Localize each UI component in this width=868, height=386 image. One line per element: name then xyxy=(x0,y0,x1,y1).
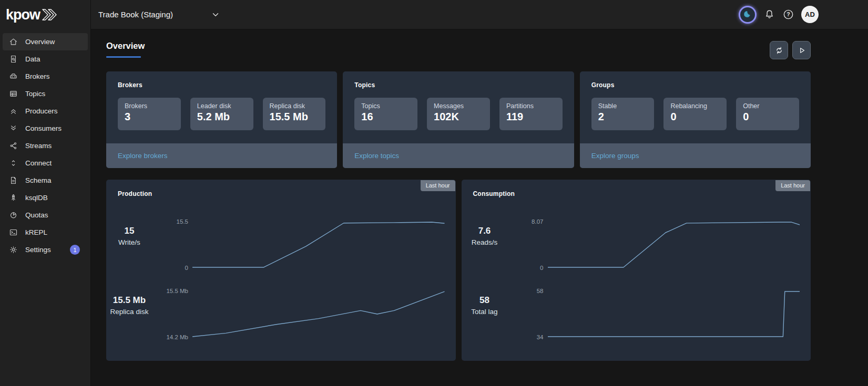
stat-value: 15.5 Mb xyxy=(270,111,319,123)
chart-stat-label: Total lag xyxy=(462,308,508,316)
charts-row: Last hour Production 15 Write/s 15.5 0 xyxy=(106,180,811,361)
sidebar-item-label: Overview xyxy=(25,38,55,46)
document-icon xyxy=(9,176,18,185)
sidebar-item-quotas[interactable]: Quotas xyxy=(3,206,88,224)
stat-label: Messages xyxy=(434,102,483,110)
pie-icon xyxy=(9,211,18,220)
stat-label: Leader disk xyxy=(197,102,247,110)
chart-card-title: Consumption xyxy=(462,190,811,197)
explore-brokers-link[interactable]: Explore brokers xyxy=(118,152,168,160)
replica-disk-line-chart xyxy=(192,290,445,338)
groups-card: Groups Stable 2 Rebalancing 0 Other 0 xyxy=(580,71,811,168)
stat-tile-replica-disk: Replica disk 15.5 Mb xyxy=(263,98,326,130)
play-button[interactable] xyxy=(792,41,811,59)
explore-topics-link[interactable]: Explore topics xyxy=(354,152,399,160)
brand-logo[interactable]: kpow xyxy=(0,0,90,29)
play-icon xyxy=(796,45,807,56)
y-axis-max-label: 8.07 xyxy=(532,218,543,225)
stat-label: Partitions xyxy=(506,102,556,110)
topics-card: Topics Topics 16 Messages 102K Partition… xyxy=(343,71,574,168)
sidebar-item-data[interactable]: Data xyxy=(3,50,88,68)
read-rate-chart-row: 7.6 Reads/s 8.07 0 xyxy=(462,221,811,269)
sidebar-item-streams[interactable]: Streams xyxy=(3,137,88,154)
chart-stat-value: 15.5 Mb xyxy=(106,295,152,306)
stat-value: 102K xyxy=(434,111,483,123)
sidebar: kpow Overview Data Brokers xyxy=(0,0,91,386)
stat-value: 16 xyxy=(361,111,411,123)
gear-icon xyxy=(9,245,18,254)
stat-tile-rebalancing: Rebalancing 0 xyxy=(663,98,727,130)
explore-groups-link[interactable]: Explore groups xyxy=(591,152,639,160)
table-icon xyxy=(9,89,18,98)
sidebar-item-label: Topics xyxy=(25,90,45,98)
card-footer: Explore topics xyxy=(343,143,574,168)
avatar[interactable]: AD xyxy=(801,6,819,23)
stat-value: 5.2 Mb xyxy=(197,111,247,123)
stat-tile-other: Other 0 xyxy=(736,98,799,130)
document-search-icon xyxy=(9,55,18,64)
sidebar-item-label: Connect xyxy=(25,159,52,167)
settings-badge: 1 xyxy=(70,245,80,255)
sidebar-item-connect[interactable]: Connect xyxy=(3,154,88,172)
y-axis-min-label: 34 xyxy=(537,334,544,340)
moon-icon xyxy=(743,9,753,19)
refresh-icon xyxy=(774,45,784,56)
chevrons-up-icon xyxy=(9,107,18,116)
chart-stat-label: Replica disk xyxy=(106,308,152,316)
stat-label: Brokers xyxy=(125,102,174,110)
main-content: Overview Brokers xyxy=(91,30,868,386)
bell-icon xyxy=(763,8,775,20)
sidebar-item-label: Quotas xyxy=(25,211,48,219)
environment-selector[interactable]: Trade Book (Staging) xyxy=(98,10,220,19)
time-range-badge: Last hour xyxy=(421,180,455,191)
sidebar-item-schema[interactable]: Schema xyxy=(3,172,88,189)
stat-label: Topics xyxy=(361,102,411,110)
sidebar-item-ksqldb[interactable]: ksqlDB xyxy=(3,189,88,206)
card-title: Groups xyxy=(591,81,799,89)
stat-label: Stable xyxy=(598,102,648,110)
sidebar-nav: Overview Data Brokers Topics Producers xyxy=(0,29,90,258)
sidebar-item-krepl[interactable]: kREPL xyxy=(3,224,88,241)
sidebar-item-label: Consumers xyxy=(25,124,62,132)
sidebar-item-label: ksqlDB xyxy=(25,194,48,202)
sidebar-item-label: Streams xyxy=(25,142,52,150)
double-chevron-icon xyxy=(42,8,59,22)
sidebar-item-overview[interactable]: Overview xyxy=(3,33,88,50)
chevrons-down-icon xyxy=(9,124,18,133)
brokers-card: Brokers Brokers 3 Leader disk 5.2 Mb Rep… xyxy=(106,71,337,168)
question-icon: ? xyxy=(782,8,794,20)
sidebar-item-label: Data xyxy=(25,55,40,63)
stat-tile-partitions: Partitions 119 xyxy=(499,98,563,130)
sidebar-item-label: Schema xyxy=(25,176,52,184)
theme-toggle-button[interactable] xyxy=(739,6,757,24)
up-down-icon xyxy=(9,159,18,168)
refresh-button[interactable] xyxy=(770,41,788,59)
sidebar-item-consumers[interactable]: Consumers xyxy=(3,120,88,137)
y-axis-max-label: 15.5 Mb xyxy=(166,288,188,294)
sidebar-item-producers[interactable]: Producers xyxy=(3,102,88,120)
sidebar-item-topics[interactable]: Topics xyxy=(3,85,88,102)
card-footer: Explore brokers xyxy=(106,143,337,168)
terminal-icon xyxy=(9,228,18,237)
sidebar-item-settings[interactable]: Settings 1 xyxy=(3,241,88,258)
y-axis-min-label: 14.2 Mb xyxy=(166,334,188,340)
stat-label: Other xyxy=(743,102,792,110)
notifications-button[interactable] xyxy=(763,8,775,20)
consumption-chart-card: Last hour Consumption 7.6 Reads/s 8.07 0 xyxy=(462,180,811,361)
summary-cards-row: Brokers Brokers 3 Leader disk 5.2 Mb Rep… xyxy=(106,71,811,168)
y-axis-max-label: 15.5 xyxy=(177,218,188,225)
chart-stat-label: Write/s xyxy=(106,238,152,246)
stat-value: 3 xyxy=(125,111,174,123)
time-range-badge: Last hour xyxy=(775,180,810,191)
stat-value: 2 xyxy=(598,111,648,123)
total-lag-chart-row: 58 Total lag 58 34 xyxy=(462,290,811,338)
chart-card-title: Production xyxy=(106,190,456,197)
chart-stat-value: 7.6 xyxy=(462,226,508,236)
chart-stat-value: 58 xyxy=(462,295,508,306)
help-button[interactable]: ? xyxy=(782,8,794,20)
stat-tile-stable: Stable 2 xyxy=(591,98,655,130)
sidebar-item-brokers[interactable]: Brokers xyxy=(3,68,88,85)
svg-text:?: ? xyxy=(787,11,790,17)
sidebar-item-label: kREPL xyxy=(25,228,47,236)
brand-name: kpow xyxy=(6,7,40,23)
